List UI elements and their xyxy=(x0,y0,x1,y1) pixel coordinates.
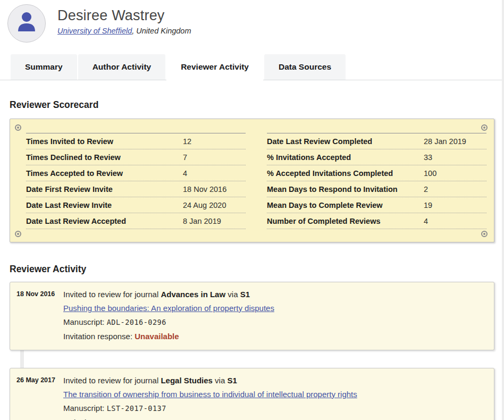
scorecard-row: Times Invited to Review 12 xyxy=(26,133,246,149)
paper-title-link[interactable]: Pushing the boundaries: An exploration o… xyxy=(63,304,274,313)
scorecard-row: Date First Review Invite 18 Nov 2016 xyxy=(26,181,246,197)
via-text: via xyxy=(213,376,228,385)
journal-name: Legal Studies xyxy=(161,376,213,385)
metric-label: Mean Days to Respond to Invitation xyxy=(267,185,424,194)
scorecard-row: Date Last Review Completed 28 Jan 2019 xyxy=(267,133,486,149)
entry-date: 26 May 2017 xyxy=(16,373,63,420)
response-line: Invitation response: Unavailable xyxy=(63,330,486,343)
metric-label: Times Accepted to Review xyxy=(26,169,183,178)
radio-dot-icon xyxy=(481,124,488,131)
manuscript-line: Manuscript: ADL-2016-0296 xyxy=(63,315,486,329)
affiliation-link[interactable]: University of Sheffield xyxy=(57,27,132,35)
response-label: Invitation response: xyxy=(63,332,135,341)
entry-intro: Invited to review for journal Legal Stud… xyxy=(63,374,486,387)
submission-system: S1 xyxy=(227,376,237,385)
intro-text: Invited to review for journal xyxy=(63,376,161,385)
metric-label: Number of Completed Reviews xyxy=(267,217,424,225)
manuscript-label: Manuscript: xyxy=(63,317,107,326)
response-status: Accept xyxy=(135,418,161,420)
manuscript-id: ADL-2016-0296 xyxy=(107,318,166,326)
scrollbar[interactable] xyxy=(502,0,504,420)
scorecard-row: Mean Days to Complete Review 19 xyxy=(267,197,486,213)
entry-date: 18 Nov 2016 xyxy=(16,287,63,343)
activity-entry: 18 Nov 2016 Invited to review for journa… xyxy=(10,282,494,350)
metric-value: 100 xyxy=(424,169,436,178)
scorecard-title: Reviewer Scorecard xyxy=(10,99,504,111)
page-title: Desiree Wastrey xyxy=(57,7,191,24)
metric-value: 4 xyxy=(424,217,428,225)
metric-value: 28 Jan 2019 xyxy=(424,137,466,146)
metric-value: 4 xyxy=(183,169,187,178)
submission-system: S1 xyxy=(240,290,250,299)
manuscript-label: Manuscript: xyxy=(63,404,107,413)
metric-label: Date Last Review Completed xyxy=(267,137,424,146)
tab-data-sources[interactable]: Data Sources xyxy=(264,54,346,80)
metric-label: Times Invited to Review xyxy=(26,137,183,146)
metric-value: 18 Nov 2016 xyxy=(183,185,226,194)
reviewer-scorecard-panel: Times Invited to Review 12 Times Decline… xyxy=(10,119,494,242)
metric-value: 19 xyxy=(424,201,432,209)
activity-timeline: 18 Nov 2016 Invited to review for journa… xyxy=(0,282,504,420)
metric-label: % Invitations Accepted xyxy=(267,153,424,162)
tab-author-activity[interactable]: Author Activity xyxy=(78,54,166,80)
scorecard-left-column: Times Invited to Review 12 Times Decline… xyxy=(26,133,246,229)
scorecard-row: % Invitations Accepted 33 xyxy=(267,149,486,165)
scorecard-row: Date Last Review Accepted 8 Jan 2019 xyxy=(26,213,246,229)
metric-label: Times Declined to Review xyxy=(26,153,183,162)
profile-header: Desiree Wastrey University of Sheffield,… xyxy=(0,0,504,43)
radio-dot-icon xyxy=(15,231,21,237)
response-status: Unavailable xyxy=(135,332,179,341)
scorecard-row: Mean Days to Respond to Invitation 2 xyxy=(267,181,486,197)
scorecard-row: Number of Completed Reviews 4 xyxy=(267,213,486,229)
metric-value: 8 Jan 2019 xyxy=(183,217,221,225)
affiliation-country: , United Kingdom xyxy=(132,27,191,35)
metric-value: 24 Aug 2020 xyxy=(183,201,226,209)
radio-dot-icon xyxy=(481,231,488,237)
activity-title: Reviewer Activity xyxy=(10,264,504,275)
scorecard-row: Times Declined to Review 7 xyxy=(26,149,246,165)
metric-label: Mean Days to Complete Review xyxy=(267,201,424,209)
tab-bar: Summary Author Activity Reviewer Activit… xyxy=(0,54,504,80)
tab-summary[interactable]: Summary xyxy=(11,54,77,80)
response-label: Invitation response: xyxy=(63,418,135,420)
metric-value: 7 xyxy=(183,153,187,162)
manuscript-id: LST-2017-0137 xyxy=(107,404,166,413)
scorecard-right-column: Date Last Review Completed 28 Jan 2019 %… xyxy=(267,133,486,229)
avatar xyxy=(7,4,46,43)
paper-title-link[interactable]: The transition of ownership from busines… xyxy=(63,390,357,399)
person-icon xyxy=(14,10,39,37)
metric-label: Date First Review Invite xyxy=(26,185,183,194)
metric-label: % Accepted Invitations Completed xyxy=(267,169,424,178)
affiliation: University of Sheffield, United Kingdom xyxy=(57,27,191,35)
via-text: via xyxy=(225,290,240,299)
metric-value: 33 xyxy=(424,153,432,162)
metric-value: 12 xyxy=(183,137,191,146)
activity-entry: 26 May 2017 Invited to review for journa… xyxy=(10,368,494,420)
metric-value: 2 xyxy=(424,185,428,194)
radio-dot-icon xyxy=(15,124,21,131)
intro-text: Invited to review for journal xyxy=(63,290,161,299)
scorecard-row: Times Accepted to Review 4 xyxy=(26,165,246,181)
journal-name: Advances in Law xyxy=(161,290,225,299)
entry-intro: Invited to review for journal Advances i… xyxy=(63,288,486,301)
manuscript-line: Manuscript: LST-2017-0137 xyxy=(63,401,486,415)
tab-reviewer-activity[interactable]: Reviewer Activity xyxy=(166,54,263,80)
metric-label: Date Last Review Accepted xyxy=(26,217,183,225)
scorecard-row: Date Last Review Invite 24 Aug 2020 xyxy=(26,197,246,213)
metric-label: Date Last Review Invite xyxy=(26,201,183,209)
response-line: Invitation response: Accept xyxy=(63,416,486,420)
scorecard-row: % Accepted Invitations Completed 100 xyxy=(267,165,486,181)
